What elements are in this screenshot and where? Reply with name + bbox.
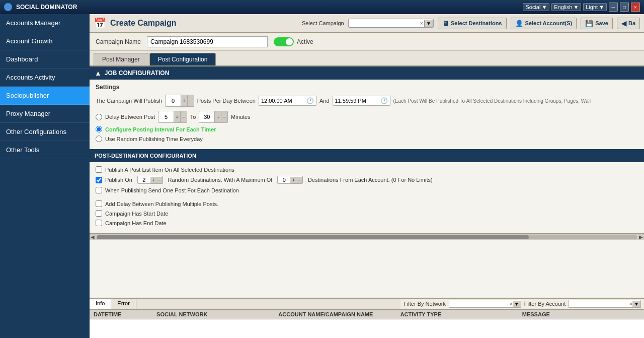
active-label: Active: [297, 38, 313, 45]
select-accounts-button[interactable]: 👤 Select Account(S): [511, 18, 577, 29]
select-accounts-label: Select Account(S): [525, 20, 573, 26]
publish-on-row: Publish On + − Random Destinations. With…: [96, 176, 638, 184]
content-area: 📅 Create Campaign Select Campaign × ▼ 🖥 …: [90, 14, 644, 338]
has-end-date-row: Campaign Has End Date: [96, 220, 638, 226]
minimize-button[interactable]: ─: [609, 3, 618, 12]
delay-from-value[interactable]: [158, 113, 174, 121]
select-campaign-input[interactable]: [349, 19, 419, 27]
sidebar-item-accounts-activity[interactable]: Accounts Activity: [0, 69, 90, 87]
publish-decrement[interactable]: −: [187, 95, 194, 106]
log-col-activity-type: ACTIVITY TYPE: [398, 311, 520, 318]
sidebar-item-other-tools[interactable]: Other Tools: [0, 141, 90, 159]
scroll-thumb[interactable]: [97, 235, 529, 239]
publish-on-increment[interactable]: +: [150, 177, 156, 183]
log-filter-bar: Filter By Network × ▼ Filter By Account …: [400, 299, 644, 309]
publish-all-checkbox[interactable]: [96, 166, 102, 173]
one-post-checkbox[interactable]: [96, 187, 102, 193]
filter-account-input[interactable]: [569, 300, 629, 307]
close-button[interactable]: ×: [631, 3, 640, 12]
delay-from-stepper[interactable]: + −: [158, 111, 187, 123]
social-label: Social: [525, 4, 540, 10]
delay-from-decrement[interactable]: −: [180, 111, 187, 122]
max-value[interactable]: [278, 176, 290, 183]
select-campaign-dropdown[interactable]: ▼: [424, 20, 433, 27]
publish-on-decrement[interactable]: −: [156, 177, 163, 183]
sidebar-item-sociopublisher[interactable]: Sociopublisher: [0, 87, 90, 105]
configure-interval-label: Configure Posting Interval For Each Time…: [105, 126, 216, 132]
max-decrement[interactable]: −: [296, 177, 302, 183]
back-button[interactable]: ◀ Ba: [617, 18, 640, 29]
publish-on-value[interactable]: [138, 176, 150, 183]
sidebar-item-account-growth[interactable]: Account Growth: [0, 32, 90, 50]
horizontal-scrollbar[interactable]: ◀ ▶: [90, 233, 644, 240]
use-random-label: Use Random Publishing Time Everyday: [105, 136, 203, 142]
filter-network-input[interactable]: [449, 300, 510, 307]
sidebar-item-other-configurations[interactable]: Other Configurations: [0, 123, 90, 141]
language-dropdown[interactable]: English ▼: [551, 3, 581, 11]
publish-increment[interactable]: +: [181, 95, 187, 106]
time-from-input[interactable]: [259, 97, 304, 105]
select-campaign-field[interactable]: × ▼: [348, 19, 434, 28]
random-radio[interactable]: [96, 136, 102, 142]
log-tab-info[interactable]: Info: [90, 299, 111, 309]
social-dropdown[interactable]: Social ▼: [523, 3, 549, 11]
delay-to-value[interactable]: [199, 113, 214, 121]
minutes-label: Minutes: [231, 114, 251, 120]
publish-row: The Campaign Will Publish + − Posts Per …: [96, 95, 638, 107]
tab-post-manager[interactable]: Post Manager: [94, 53, 148, 65]
log-tab-error[interactable]: Error: [111, 299, 136, 309]
delay-to-label: To: [190, 114, 196, 120]
delay-to-decrement[interactable]: −: [221, 111, 227, 122]
publish-note: (Each Post Will Be Published To All Sele…: [393, 98, 591, 104]
settings-label: Settings: [96, 84, 638, 91]
publish-on-stepper[interactable]: + −: [137, 176, 163, 184]
delay-to-stepper[interactable]: + −: [199, 111, 228, 123]
tab-post-configuration[interactable]: Post Configuration: [149, 53, 216, 65]
filter-network-dropdown[interactable]: ▼: [513, 301, 521, 307]
sidebar-item-proxy-manager[interactable]: Proxy Manager: [0, 105, 90, 123]
titlebar: SOCIAL DOMINATOR Social ▼ English ▼ Ligh…: [0, 0, 644, 14]
configure-radio[interactable]: [96, 126, 102, 132]
theme-dropdown[interactable]: Light ▼: [583, 3, 607, 11]
log-col-datetime: DATETIME: [92, 311, 154, 318]
select-campaign-clear[interactable]: ×: [419, 20, 424, 26]
scroll-track[interactable]: [97, 235, 637, 239]
app-title: SOCIAL DOMINATOR: [16, 4, 266, 11]
title-controls: Social ▼ English ▼ Light ▼ ─ □ ×: [523, 3, 640, 12]
add-delay-checkbox[interactable]: [96, 200, 102, 207]
has-start-checkbox[interactable]: [96, 210, 102, 217]
publish-value[interactable]: [166, 97, 181, 105]
time-to-icon[interactable]: 🕐: [378, 96, 390, 105]
max-stepper[interactable]: + −: [277, 176, 303, 184]
collapse-btn[interactable]: ▲: [95, 69, 102, 77]
delay-radio[interactable]: [96, 114, 102, 120]
max-increment[interactable]: +: [290, 177, 296, 183]
publish-on-label: Publish On: [105, 177, 132, 183]
one-post-label: When Publishing Send One Post For Each D…: [105, 187, 239, 193]
create-campaign-title: Create Campaign: [110, 19, 177, 28]
delay-to-increment[interactable]: +: [214, 111, 221, 122]
time-to-input[interactable]: [333, 97, 378, 105]
time-from-wrap: 🕐: [259, 96, 316, 106]
publish-stepper[interactable]: + −: [165, 95, 194, 107]
publish-on-checkbox[interactable]: [96, 177, 102, 183]
has-end-checkbox[interactable]: [96, 220, 102, 226]
use-random-row: Use Random Publishing Time Everyday: [96, 136, 638, 142]
campaign-name-input[interactable]: [147, 36, 268, 47]
time-from-icon[interactable]: 🕐: [304, 96, 316, 105]
scroll-right-arrow[interactable]: ▶: [639, 234, 643, 240]
publish-all-label: Publish A Post List Item On All Selected…: [105, 167, 234, 173]
save-button[interactable]: 💾 Save: [581, 18, 613, 29]
filter-account-dropdown[interactable]: ▼: [632, 301, 640, 307]
and-label: And: [319, 98, 330, 104]
sidebar-item-dashboard[interactable]: Dashboard: [0, 50, 90, 69]
post-dest-header: POST-DESTINATION CONFIGURATION: [90, 149, 644, 162]
active-toggle[interactable]: [274, 37, 294, 46]
maximize-button[interactable]: □: [620, 3, 629, 12]
sidebar-item-accounts-manager[interactable]: Accounts Manager: [0, 14, 90, 32]
select-destinations-button[interactable]: 🖥 Select Destinations: [438, 18, 506, 29]
config-panel: ▲ JOB CONFIGURATION Settings The Campaig…: [90, 66, 644, 298]
sidebar-item-label: Sociopublisher: [6, 92, 49, 99]
delay-from-increment[interactable]: +: [174, 111, 180, 122]
scroll-left-arrow[interactable]: ◀: [91, 234, 95, 240]
